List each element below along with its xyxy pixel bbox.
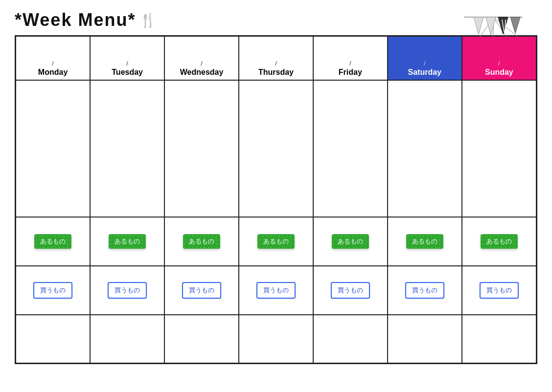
slash-thursday: / [239, 60, 313, 67]
extra-cell-saturday[interactable] [388, 315, 462, 364]
aru-badge-thursday[interactable]: あるもの [257, 234, 295, 249]
aru-cell-wednesday[interactable]: あるもの [164, 217, 239, 266]
header-row: / Monday / Tuesday / Wednesday / Thursda… [16, 36, 537, 80]
svg-marker-8 [510, 17, 520, 33]
slash-wednesday: / [165, 60, 238, 67]
aru-cell-thursday[interactable]: あるもの [239, 217, 313, 266]
slash-friday: / [314, 60, 387, 67]
kau-cell-monday[interactable]: 買うもの [16, 266, 91, 315]
aru-cell-monday[interactable]: あるもの [16, 217, 91, 266]
slash-monday: / [16, 60, 90, 67]
extra-cell-tuesday[interactable] [90, 315, 164, 364]
aru-badge-tuesday[interactable]: あるもの [109, 234, 146, 249]
extra-cell-thursday[interactable] [239, 315, 313, 364]
kau-badge-monday[interactable]: 買うもの [33, 282, 72, 299]
meal-row [16, 80, 537, 217]
kau-badge-sunday[interactable]: 買うもの [480, 282, 519, 299]
aru-cell-tuesday[interactable]: あるもの [90, 217, 164, 266]
kau-cell-tuesday[interactable]: 買うもの [90, 266, 164, 315]
dayname-wednesday: Wednesday [165, 68, 238, 77]
aru-badge-monday[interactable]: あるもの [34, 234, 71, 249]
slash-saturday: / [388, 60, 461, 67]
kau-row: 買うもの 買うもの 買うもの 買うもの 買うもの 買うもの [16, 266, 537, 315]
extra-cell-monday[interactable] [16, 315, 91, 364]
header-friday: / Friday [313, 36, 388, 80]
title-area: *Week Menu* 🍴 [15, 10, 537, 30]
aru-cell-friday[interactable]: あるもの [313, 217, 388, 266]
extra-row [16, 315, 537, 364]
aru-cell-saturday[interactable]: あるもの [388, 217, 462, 266]
dayname-saturday: Saturday [388, 68, 461, 77]
meal-cell-saturday[interactable] [388, 80, 462, 217]
meal-cell-wednesday[interactable] [164, 80, 239, 217]
header-thursday: / Thursday [239, 36, 313, 80]
kau-cell-saturday[interactable]: 買うもの [388, 266, 462, 315]
extra-cell-wednesday[interactable] [164, 315, 239, 364]
meal-cell-thursday[interactable] [239, 80, 313, 217]
aru-row: あるもの あるもの あるもの あるもの あるもの あるもの [16, 217, 537, 266]
extra-cell-sunday[interactable] [462, 315, 537, 364]
header-tuesday: / Tuesday [90, 36, 164, 80]
kau-cell-thursday[interactable]: 買うもの [239, 266, 313, 315]
kau-badge-wednesday[interactable]: 買うもの [182, 282, 221, 299]
meal-cell-sunday[interactable] [462, 80, 537, 217]
meal-cell-monday[interactable] [16, 80, 91, 217]
kau-badge-friday[interactable]: 買うもの [331, 282, 370, 299]
kau-cell-wednesday[interactable]: 買うもの [164, 266, 239, 315]
meal-cell-tuesday[interactable] [90, 80, 164, 217]
page: *Week Menu* 🍴 [0, 0, 552, 392]
page-title: *Week Menu* [15, 10, 136, 30]
kau-badge-saturday[interactable]: 買うもの [405, 282, 444, 299]
aru-badge-wednesday[interactable]: あるもの [183, 234, 220, 249]
dayname-tuesday: Tuesday [91, 68, 164, 77]
aru-badge-saturday[interactable]: あるもの [406, 234, 443, 249]
extra-cell-friday[interactable] [313, 315, 388, 364]
week-table: / Monday / Tuesday / Wednesday / Thursda… [15, 35, 537, 364]
slash-sunday: / [462, 60, 536, 67]
header-sunday: / Sunday [462, 36, 537, 80]
aru-badge-friday[interactable]: あるもの [332, 234, 369, 249]
header-saturday: / Saturday [388, 36, 462, 80]
svg-line-10 [505, 20, 506, 32]
dayname-monday: Monday [16, 68, 90, 77]
dayname-thursday: Thursday [239, 68, 313, 77]
header-monday: / Monday [16, 36, 91, 80]
aru-cell-sunday[interactable]: あるもの [462, 217, 537, 266]
aru-badge-sunday[interactable]: あるもの [481, 234, 518, 249]
kau-badge-tuesday[interactable]: 買うもの [108, 282, 147, 299]
utensils-icon: 🍴 [139, 12, 157, 28]
kau-cell-sunday[interactable]: 買うもの [462, 266, 537, 315]
dayname-friday: Friday [314, 68, 387, 77]
kau-cell-friday[interactable]: 買うもの [313, 266, 388, 315]
kau-badge-thursday[interactable]: 買うもの [256, 282, 296, 299]
header-wednesday: / Wednesday [164, 36, 239, 80]
dayname-sunday: Sunday [462, 68, 536, 77]
meal-cell-friday[interactable] [313, 80, 388, 217]
svg-marker-5 [474, 17, 483, 34]
slash-tuesday: / [91, 60, 164, 67]
